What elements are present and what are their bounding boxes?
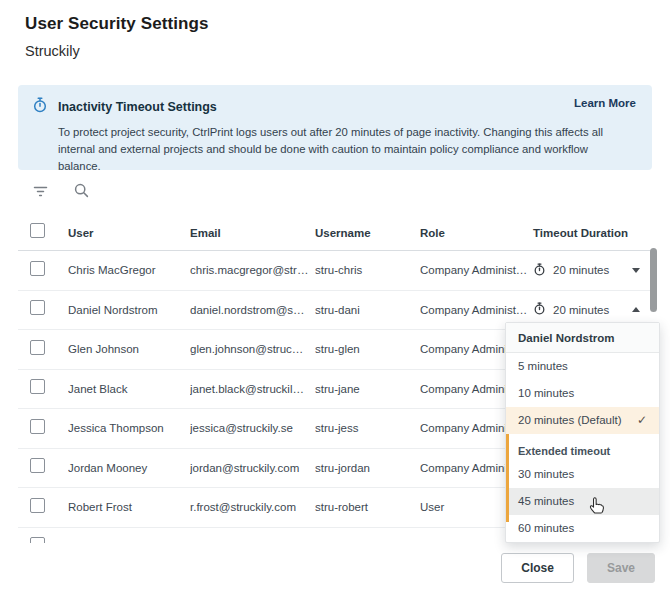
email-cell: glen.johnson@struc… (190, 343, 315, 355)
email-cell: daniel.nordstrom@s… (190, 304, 315, 316)
user-name-cell: Janet Black (68, 383, 190, 395)
user-name-cell: Jessica Thompson (68, 422, 190, 434)
menu-item-5-minutes[interactable]: 5 minutes (506, 353, 659, 380)
menu-section-extended-timeout: Extended timeout (506, 434, 659, 461)
email-cell: jordan@struckily.com (190, 462, 315, 474)
email-cell: chris.macgregor@str… (190, 264, 315, 276)
row-checkbox[interactable] (30, 300, 45, 315)
row-checkbox[interactable] (30, 261, 45, 276)
close-button[interactable]: Close (501, 553, 574, 583)
search-icon[interactable] (73, 182, 90, 199)
menu-item-label: 20 minutes (Default) (518, 407, 622, 434)
username-cell: stru-jordan (315, 462, 420, 474)
menu-item-20-minutes-default[interactable]: 20 minutes (Default) ✓ (506, 407, 659, 434)
username-cell: stru-jess (315, 422, 420, 434)
email-cell: r.frost@struckily.com (190, 501, 315, 513)
column-header-role: Role (420, 227, 533, 239)
email-cell: jessica@struckily.se (190, 422, 315, 434)
username-cell: stru-robert (315, 501, 420, 513)
timeout-duration-dropdown[interactable]: 20 minutes (533, 302, 652, 317)
row-checkbox[interactable] (30, 379, 45, 394)
stopwatch-icon (533, 263, 546, 278)
row-checkbox[interactable] (30, 498, 45, 513)
filter-icon[interactable] (32, 183, 49, 199)
role-cell: Company Administ… (420, 304, 533, 316)
dropdown-header-username: Daniel Nordstrom (506, 323, 659, 353)
table-row: Chris MacGregor chris.macgregor@str… str… (18, 251, 652, 291)
table-scrollbar[interactable] (650, 248, 657, 312)
caret-down-icon (632, 268, 640, 273)
check-icon: ✓ (637, 407, 647, 434)
user-name-cell: Robert Frost (68, 501, 190, 513)
menu-item-45-minutes[interactable]: 45 minutes (506, 488, 659, 515)
timeout-duration-dropdown[interactable]: 20 minutes (533, 263, 652, 278)
username-cell: stru-glen (315, 343, 420, 355)
user-name-cell: Daniel Nordstrom (68, 304, 190, 316)
user-name-cell: Glen Johnson (68, 343, 190, 355)
learn-more-link[interactable]: Learn More (574, 97, 636, 109)
save-button[interactable]: Save (587, 553, 655, 583)
username-cell: stru-robe (315, 541, 420, 543)
menu-item-30-minutes[interactable]: 30 minutes (506, 461, 659, 488)
email-cell: janet.black@struckil… (190, 383, 315, 395)
user-name-cell: Chris MacGregor (68, 264, 190, 276)
username-cell: stru-dani (315, 304, 420, 316)
column-header-username: Username (315, 227, 420, 239)
row-checkbox[interactable] (30, 340, 45, 355)
footer-actions: Close Save (501, 553, 655, 583)
row-checkbox[interactable] (30, 458, 45, 473)
inactivity-timeout-banner: Inactivity Timeout Settings Learn More T… (18, 85, 652, 170)
banner-title: Inactivity Timeout Settings (58, 100, 217, 114)
caret-up-icon (632, 307, 640, 312)
extended-timeout-warning-strip (506, 434, 509, 522)
role-cell: Company Administ… (420, 264, 533, 276)
timeout-value: 20 minutes (553, 304, 609, 316)
row-checkbox[interactable] (30, 537, 45, 543)
user-name-cell: Jordan Mooney (68, 462, 190, 474)
column-header-email: Email (190, 227, 315, 239)
stopwatch-icon (32, 97, 48, 117)
menu-item-60-minutes[interactable]: 60 minutes (506, 515, 659, 542)
column-header-timeout: Timeout Duration (533, 227, 652, 239)
column-header-user: User (68, 227, 190, 239)
row-checkbox[interactable] (30, 419, 45, 434)
select-all-checkbox[interactable] (30, 223, 45, 238)
email-cell: roberth.smith@stru… (190, 541, 315, 543)
username-cell: stru-chris (315, 264, 420, 276)
page-header: User Security Settings Struckily (25, 14, 209, 59)
user-name-cell: Roberth Smith (68, 541, 190, 543)
username-cell: stru-jane (315, 383, 420, 395)
menu-item-10-minutes[interactable]: 10 minutes (506, 380, 659, 407)
stopwatch-icon (533, 302, 546, 317)
timeout-value: 20 minutes (553, 264, 609, 276)
table-toolbar (32, 182, 90, 199)
timeout-options-menu: Daniel Nordstrom 5 minutes 10 minutes 20… (505, 322, 660, 543)
page-subtitle: Struckily (25, 43, 209, 59)
banner-body: To protect project security, CtrlPrint l… (58, 124, 610, 175)
table-header-row: User Email Username Role Timeout Duratio… (18, 215, 652, 251)
page-title: User Security Settings (25, 14, 209, 34)
